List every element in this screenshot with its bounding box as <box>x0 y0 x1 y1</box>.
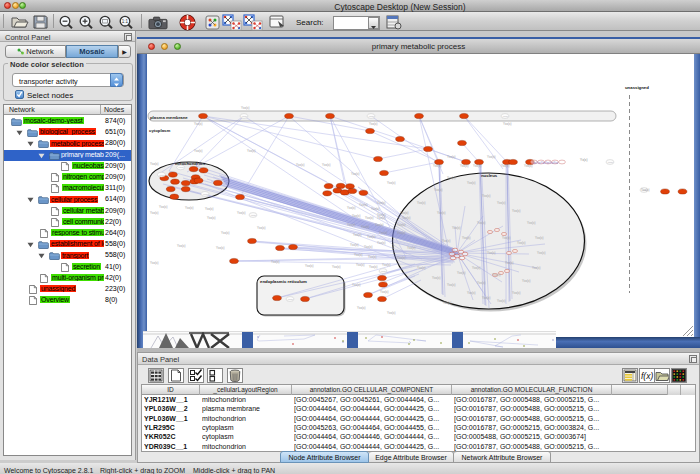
svg-text:Yxx(x): Yxx(x) <box>532 266 541 270</box>
svg-text:Yxx(x): Yxx(x) <box>369 265 378 269</box>
svg-text:Yxx(x): Yxx(x) <box>177 244 186 248</box>
svg-text:f(x): f(x) <box>641 371 653 381</box>
svg-text:Yx(x): Yx(x) <box>251 214 257 217</box>
svg-text:Yx(x): Yx(x) <box>369 115 375 118</box>
svg-text:Yxx(x): Yxx(x) <box>397 231 406 235</box>
svg-text:Yxx(x): Yxx(x) <box>347 223 356 227</box>
svg-text:Yxx(x): Yxx(x) <box>379 231 388 235</box>
svg-text:Yxx(x): Yxx(x) <box>402 216 411 220</box>
svg-text:Yxx(x): Yxx(x) <box>400 211 409 215</box>
svg-text:unassigned: unassigned <box>625 85 649 90</box>
svg-text:plasma membrane: plasma membrane <box>150 115 188 120</box>
svg-text:Yxx(x): Yxx(x) <box>185 206 194 210</box>
svg-text:Yxx(x): Yxx(x) <box>351 172 360 176</box>
svg-text:Yxx(x): Yxx(x) <box>407 246 416 250</box>
svg-text:Yxx(x): Yxx(x) <box>150 261 159 265</box>
svg-text:Yxx(x): Yxx(x) <box>368 255 377 259</box>
svg-text:Yxx(x): Yxx(x) <box>377 201 386 205</box>
svg-text:Yxx(x): Yxx(x) <box>361 225 370 229</box>
svg-text:Yxx(x): Yxx(x) <box>505 261 514 265</box>
svg-text:Yxx(x): Yxx(x) <box>380 290 389 294</box>
svg-text:1:1: 1:1 <box>122 19 129 24</box>
svg-text:Yxx(x): Yxx(x) <box>467 181 476 185</box>
svg-text:Yxx(x): Yxx(x) <box>377 241 386 245</box>
svg-text:Yxx(x): Yxx(x) <box>417 266 426 270</box>
svg-text:Yxx(x): Yxx(x) <box>527 221 536 225</box>
svg-text:Yxx(x): Yxx(x) <box>502 236 511 240</box>
svg-text:Yxx(x): Yxx(x) <box>375 223 384 227</box>
svg-text:Yxx(x): Yxx(x) <box>517 241 526 245</box>
svg-text:Yxx(x): Yxx(x) <box>194 149 203 153</box>
svg-text:Yxx(x): Yxx(x) <box>524 164 533 168</box>
svg-text:Yxx(x): Yxx(x) <box>305 264 314 268</box>
svg-text:Yxx(x): Yxx(x) <box>332 265 341 269</box>
svg-text:Yxx(x): Yxx(x) <box>457 271 466 275</box>
svg-text:Yxx(x): Yxx(x) <box>150 211 159 215</box>
svg-text:Yxx(x): Yxx(x) <box>247 149 256 153</box>
svg-text:Yxx(x): Yxx(x) <box>512 209 521 213</box>
svg-text:Yxx(x): Yxx(x) <box>512 291 521 295</box>
svg-text:Yxx(x): Yxx(x) <box>271 260 280 264</box>
svg-text:Yxx(x): Yxx(x) <box>477 221 486 225</box>
svg-text:Yxx(x): Yxx(x) <box>382 263 391 267</box>
svg-text:Yxx(x): Yxx(x) <box>417 201 426 205</box>
svg-text:Yxx(x): Yxx(x) <box>442 239 451 243</box>
svg-text:Yx(x): Yx(x) <box>381 270 387 273</box>
svg-text:Yxx(x): Yxx(x) <box>371 207 380 211</box>
svg-text:Yxx(x): Yxx(x) <box>369 122 378 126</box>
svg-text:Yxx(x): Yxx(x) <box>357 306 366 310</box>
svg-text:Yxx(x): Yxx(x) <box>367 235 376 239</box>
svg-text:Yxx(x): Yxx(x) <box>387 181 396 185</box>
svg-text:Yxx(x): Yxx(x) <box>207 216 216 220</box>
svg-text:Yx(x): Yx(x) <box>288 298 294 301</box>
svg-text:Yxx(x): Yxx(x) <box>535 236 544 240</box>
svg-text:Yx(x): Yx(x) <box>203 193 209 196</box>
svg-text:Yxx(x): Yxx(x) <box>221 231 230 235</box>
svg-text:Yxx(x): Yxx(x) <box>350 243 359 247</box>
svg-text:Yxx(x): Yxx(x) <box>443 301 452 305</box>
svg-text:cytoplasm: cytoplasm <box>149 128 170 133</box>
svg-text:Yxx(x): Yxx(x) <box>487 155 496 159</box>
svg-text:Yx(x): Yx(x) <box>242 115 248 118</box>
svg-text:Yxx(x): Yxx(x) <box>352 283 361 287</box>
svg-text:Yxx(x): Yxx(x) <box>492 273 501 277</box>
svg-text:Yxx(x): Yxx(x) <box>503 122 512 126</box>
svg-text:Yxx(x): Yxx(x) <box>365 216 374 220</box>
svg-text:Yxx(x): Yxx(x) <box>473 164 482 168</box>
svg-text:Yxx(x): Yxx(x) <box>397 256 406 260</box>
svg-text:Yxx(x): Yxx(x) <box>387 311 396 315</box>
svg-text:Yx(x): Yx(x) <box>503 115 509 118</box>
svg-text:Yxx(x): Yxx(x) <box>205 207 214 211</box>
svg-text:Yxx(x): Yxx(x) <box>437 211 446 215</box>
svg-text:Yx(x): Yx(x) <box>608 161 614 164</box>
svg-text:Yxx(x): Yxx(x) <box>452 226 461 230</box>
svg-text:Yxx(x): Yxx(x) <box>487 251 496 255</box>
svg-text:Yxx(x): Yxx(x) <box>194 122 203 126</box>
svg-text:YxxYxxYxxYxxYxxYxx: YxxYxxYxxYxxYxxYxx <box>532 161 559 165</box>
svg-text:Yx(x): Yx(x) <box>178 166 184 169</box>
svg-text:Yxx(x): Yxx(x) <box>472 266 481 270</box>
svg-text:Yxx(x): Yxx(x) <box>434 188 443 192</box>
svg-text:Yxx(x): Yxx(x) <box>477 281 486 285</box>
svg-text:Yxx(x): Yxx(x) <box>159 205 168 209</box>
svg-text:Yxx(x): Yxx(x) <box>522 279 531 283</box>
svg-text:Yxx(x): Yxx(x) <box>482 296 491 300</box>
svg-text:endoplasmic reticulum: endoplasmic reticulum <box>260 279 307 284</box>
svg-text:Yxx(x): Yxx(x) <box>257 226 266 230</box>
svg-text:Yx(x): Yx(x) <box>580 158 587 162</box>
svg-text:Yxx(x): Yxx(x) <box>364 245 373 249</box>
svg-text:nucleus: nucleus <box>481 173 498 178</box>
svg-text:Yxx(x): Yxx(x) <box>641 188 650 192</box>
svg-text:Yxx(x): Yxx(x) <box>322 163 331 167</box>
svg-text:Yxx(x): Yxx(x) <box>447 155 456 159</box>
svg-text:Yxx(x): Yxx(x) <box>501 164 510 168</box>
svg-text:Yxx(x): Yxx(x) <box>352 214 361 218</box>
svg-text:Yxx(x): Yxx(x) <box>467 291 476 295</box>
svg-text:Yxx(x): Yxx(x) <box>354 253 363 257</box>
svg-text:Yx(x): Yx(x) <box>159 174 165 177</box>
svg-text:Yxx(x): Yxx(x) <box>460 164 469 168</box>
svg-text:Yxx(x): Yxx(x) <box>537 251 546 255</box>
svg-text:Yxx(x): Yxx(x) <box>356 263 365 267</box>
svg-text:Yxx(x): Yxx(x) <box>347 206 356 210</box>
svg-text:Yxx(x): Yxx(x) <box>482 194 491 198</box>
